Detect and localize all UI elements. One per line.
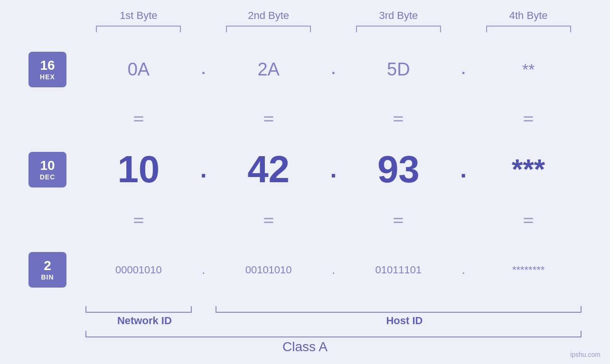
bin-val-2: 00101010 bbox=[245, 264, 292, 276]
hex-badge: 16 HEX bbox=[28, 52, 66, 87]
watermark: ipshu.com bbox=[570, 351, 601, 358]
bin-val-4: ******** bbox=[512, 264, 545, 276]
byte-header-3: 3rd Byte bbox=[379, 9, 418, 22]
hex-base-number: 16 bbox=[40, 58, 55, 73]
bin-val-3: 01011101 bbox=[375, 264, 422, 276]
bin-val-1: 00001010 bbox=[115, 264, 162, 276]
hex-val-1: 0A bbox=[128, 59, 150, 80]
dec-val-3: 93 bbox=[377, 150, 420, 188]
dec-base-number: 10 bbox=[40, 159, 55, 173]
hex-val-3: 5D bbox=[387, 59, 410, 80]
bin-badge: 2 BIN bbox=[28, 252, 66, 288]
host-id-label: Host ID bbox=[386, 315, 422, 327]
dec-base-name: DEC bbox=[40, 173, 56, 181]
main-container: 1st Byte 2nd Byte 3rd Byte 4th Byte bbox=[0, 0, 610, 364]
bin-sep-1: . bbox=[202, 262, 205, 277]
dec-badge: 10 DEC bbox=[28, 152, 66, 187]
class-label: Class A bbox=[282, 339, 328, 355]
network-id-label: Network ID bbox=[117, 315, 172, 327]
dec-val-1: 10 bbox=[117, 150, 160, 188]
dec-sep-1: . bbox=[200, 156, 207, 183]
dec-sep-3: . bbox=[460, 156, 467, 183]
dec-sep-2: . bbox=[330, 156, 337, 183]
byte-header-2: 2nd Byte bbox=[248, 9, 289, 22]
hex-base-name: HEX bbox=[40, 73, 55, 81]
dec-val-4: *** bbox=[512, 155, 545, 184]
hex-sep-2: . bbox=[331, 61, 335, 77]
hex-val-4: ** bbox=[522, 60, 535, 79]
hex-val-2: 2A bbox=[257, 59, 279, 80]
byte-header-4: 4th Byte bbox=[509, 9, 548, 22]
bin-base-name: BIN bbox=[41, 273, 54, 281]
bin-base-number: 2 bbox=[44, 259, 51, 273]
hex-sep-1: . bbox=[202, 61, 206, 77]
bin-sep-3: . bbox=[462, 262, 465, 277]
byte-header-1: 1st Byte bbox=[120, 9, 157, 22]
hex-sep-3: . bbox=[461, 61, 465, 77]
bin-sep-2: . bbox=[332, 262, 335, 277]
dec-val-2: 42 bbox=[247, 150, 290, 188]
